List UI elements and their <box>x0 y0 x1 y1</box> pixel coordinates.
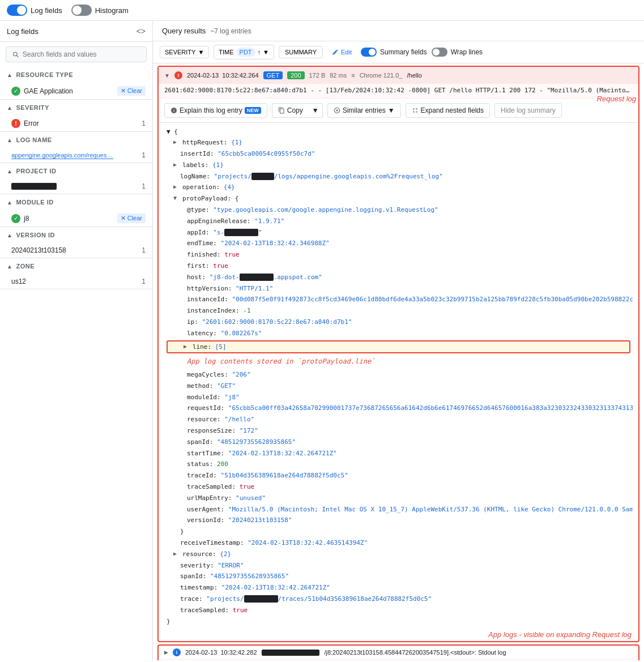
log-browser: Chrome 121.0_ <box>360 72 403 79</box>
json-key-moduleid: moduleId: <box>187 392 224 403</box>
json-val-operation: {4} <box>224 182 235 193</box>
json-severity: severity: "ERROR" <box>164 560 633 571</box>
pdt-pill: PDT <box>236 48 255 57</box>
sub-log-entries: ▶ i 2024-02-13 10:32:42.282 /j8:20240213… <box>157 644 639 660</box>
version-id-section: ▲ VERSION ID 20240213t103158 1 <box>0 227 152 258</box>
expand-arrow-http[interactable]: ▶ <box>173 137 180 147</box>
severity-btn-label: SEVERITY <box>165 49 195 55</box>
project-id-value <box>11 183 57 190</box>
json-key-operation: operation: <box>182 182 224 193</box>
json-line[interactable]: ▶ line: [5] <box>167 340 630 354</box>
resource-type-header[interactable]: ▲ RESOURCE TYPE <box>0 67 152 83</box>
similar-dropdown-icon: ▼ <box>388 106 395 114</box>
json-logname: logName: "projects//logs/appengine.googl… <box>164 171 633 182</box>
json-val-responsesize: "172" <box>240 425 258 437</box>
json-key-useragent: userAgent: <box>187 504 228 515</box>
json-val-starttime: "2024-02-13T18:32:42.264721Z" <box>228 448 337 459</box>
module-id-header[interactable]: ▲ MODULE ID <box>0 194 152 210</box>
severity-filter-button[interactable]: SEVERITY ▼ <box>160 46 209 58</box>
json-val-http: {1} <box>231 137 242 148</box>
module-id-clear-button[interactable]: ✕ Clear <box>117 213 146 223</box>
json-receive-timestamp: receiveTimestamp: "2024-02-13T18:32:42.4… <box>164 537 633 549</box>
copy-dropdown-button[interactable]: ▼ <box>309 103 323 118</box>
json-trace: trace: "projects//traces/51b04d356389618… <box>164 593 633 605</box>
explain-log-button[interactable]: Explain this log entry NEW <box>164 103 267 118</box>
expand-nested-label: Expand nested fields <box>421 106 484 114</box>
log-name-count: 1 <box>142 151 146 159</box>
zone-value: us12 <box>11 277 26 285</box>
json-labels[interactable]: ▶ labels: {1} <box>164 160 633 171</box>
code-icon[interactable]: <> <box>137 27 146 36</box>
summary-label: SUMMARY <box>285 49 317 55</box>
log-name-header[interactable]: ▲ LOG NAME <box>0 132 152 148</box>
sub-log-entry-2[interactable]: ▶ i 2024-02-13 10:32:42.282 com.example.… <box>159 660 638 660</box>
json-val-traceid: "51b04d356389618ae264d78882f5d0c5" <box>221 470 348 481</box>
json-val-attype: "type.googleapis.com/google.appengine.lo… <box>213 204 438 216</box>
time-filter-button[interactable]: TIME PDT ↑ ▼ <box>214 45 274 59</box>
version-id-value: 20240213t103158 <box>11 246 66 254</box>
module-id-label: MODULE ID <box>16 199 53 206</box>
json-val-resource-outer: {2} <box>220 549 231 560</box>
zone-header[interactable]: ▲ ZONE <box>0 258 152 274</box>
wrap-lines-toggle[interactable]: Wrap lines <box>432 48 483 57</box>
json-start-time: startTime: "2024-02-13T18:32:42.264721Z" <box>164 448 633 459</box>
sub-log-redacted-1 <box>262 650 320 656</box>
version-id-header[interactable]: ▲ VERSION ID <box>0 227 152 243</box>
log-name-value[interactable]: appengine.googleapis.com/request_log <box>11 152 113 159</box>
summary-fields-label: Summary fields <box>380 48 427 56</box>
search-box[interactable] <box>6 46 147 62</box>
project-id-header[interactable]: ▲ PROJECT ID <box>0 163 152 179</box>
json-root-close: } <box>164 616 633 627</box>
log-fields-toggle[interactable] <box>7 5 27 16</box>
copy-button[interactable]: Copy <box>272 103 309 118</box>
resource-type-clear-button[interactable]: ✕ Clear <box>117 86 146 96</box>
svg-point-0 <box>336 109 338 111</box>
json-proto-close: } <box>164 526 633 537</box>
json-val-requestid: "65cbb5ca00ff03a42658a702990001737e73687… <box>228 403 633 414</box>
search-input[interactable] <box>23 50 140 58</box>
severity-label: SEVERITY <box>16 104 49 111</box>
similar-entries-label: Similar entries <box>343 106 386 114</box>
j8-check-icon: ✓ <box>11 214 20 223</box>
expand-arrow-operation[interactable]: ▶ <box>173 182 180 192</box>
line-annotation: App log contents stored in `protoPayload… <box>187 356 375 368</box>
json-key-resource: resource: <box>187 414 224 425</box>
json-key-instanceid: instanceId: <box>187 294 232 305</box>
histogram-toggle[interactable] <box>71 5 92 16</box>
similar-entries-button[interactable]: Similar entries ▼ <box>327 103 401 118</box>
json-url-map-entry: urlMapEntry: "unused" <box>164 493 633 504</box>
edit-button[interactable]: Edit <box>327 46 356 58</box>
json-resource: resource: "/hello" <box>164 414 633 425</box>
log-fields-toggle-item[interactable]: Log fields <box>7 5 62 16</box>
hide-log-summary-button[interactable]: Hide log summary <box>494 103 562 118</box>
summary-fields-toggle-switch[interactable] <box>361 48 377 57</box>
expand-arrow-resource[interactable]: ▶ <box>173 549 180 559</box>
histogram-toggle-item[interactable]: Histogram <box>71 5 129 16</box>
similar-icon <box>334 107 340 114</box>
json-key-requestid: requestId: <box>187 403 228 414</box>
log-entry-header[interactable]: ▼ ! 2024-02-13 10:32:42.264 GET 200 172 … <box>159 67 638 84</box>
expand-arrow-proto[interactable]: ▼ <box>173 193 180 203</box>
json-val-resource: "/hello" <box>224 414 254 425</box>
json-proto-payload[interactable]: ▼ protoPayload: { <box>164 193 633 204</box>
json-http-request[interactable]: ▶ httpRequest: {1} <box>164 137 633 148</box>
json-key-tracesampled: traceSampled: <box>187 481 240 493</box>
sub-log-entry-1[interactable]: ▶ i 2024-02-13 10:32:42.282 /j8:20240213… <box>159 646 638 660</box>
expand-nested-button[interactable]: Expand nested fields <box>406 103 490 118</box>
severity-header[interactable]: ▲ SEVERITY <box>0 100 152 116</box>
resource-type-chevron: ▲ <box>7 72 12 78</box>
http-method-badge: GET <box>263 71 283 79</box>
expand-arrow-line[interactable]: ▶ <box>184 341 190 352</box>
hide-log-label: Hide log summary <box>501 106 556 114</box>
query-toolbar: SEVERITY ▼ TIME PDT ↑ ▼ SUMMARY Edit Sum… <box>153 41 644 63</box>
wrap-lines-toggle-switch[interactable] <box>432 48 447 57</box>
summary-fields-toggle[interactable]: Summary fields <box>361 48 427 57</box>
json-operation[interactable]: ▶ operation: {4} <box>164 182 633 193</box>
summary-button[interactable]: SUMMARY <box>279 46 323 58</box>
json-val-moduleid: "j8" <box>224 392 240 403</box>
json-resource-outer[interactable]: ▶ resource: {2} <box>164 549 633 560</box>
error-left: ! Error <box>11 119 39 128</box>
expand-arrow-labels[interactable]: ▶ <box>173 160 180 170</box>
search-icon <box>12 50 19 58</box>
json-key-finished: finished: <box>187 249 224 260</box>
